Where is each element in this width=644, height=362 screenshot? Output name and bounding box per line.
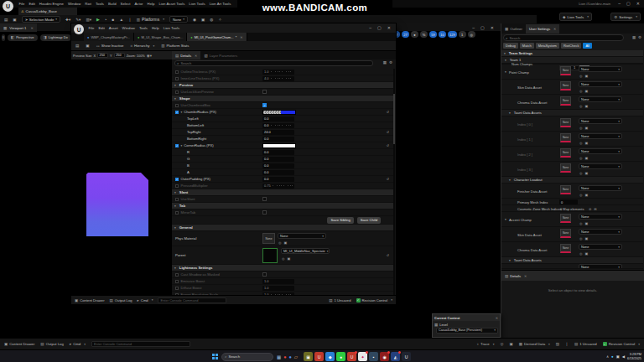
tray-chevron-icon[interactable]: ∧	[606, 354, 609, 359]
browse-to-icon[interactable]: ▣	[585, 251, 589, 256]
property-row-emissive-boost[interactable]: Emissive Boost1.0	[172, 278, 394, 285]
unreal-logo-icon[interactable]: U	[3, 1, 13, 12]
tree-row-skin-data-asset[interactable]: Skin Data AssetNoneNone▾◎▣	[501, 227, 643, 242]
asset-tab-mi-ui-postgamecham[interactable]: ●MI_UI_PostGameCham...*✕	[187, 33, 247, 41]
tree-row-index-3[interactable]: Index [ 3 ]NoneNone▾◎▣	[501, 162, 643, 177]
add-actor-icon[interactable]: ✚▾	[65, 18, 70, 22]
override-checkbox[interactable]	[175, 104, 179, 107]
asset-thumbnail[interactable]: None	[560, 163, 571, 173]
output-log-button[interactable]: ▤ Output Log	[40, 342, 64, 346]
override-checkbox[interactable]	[175, 280, 179, 283]
property-row-pressedmultiplier[interactable]: PressedMultiplier0.75	[172, 183, 394, 189]
windows-start-icon[interactable]	[212, 354, 218, 359]
output-log-button[interactable]: ▤ Output Log	[110, 298, 132, 303]
save-icon[interactable]: ▤	[4, 18, 8, 22]
use-selected-icon[interactable]: ◎	[579, 236, 583, 240]
show-inactive-button[interactable]: ⚏ Show Inactive	[96, 44, 124, 48]
level-tab[interactable]: ⚠ CasualLobby_Base	[18, 8, 77, 15]
browse-icon[interactable]: ▣	[86, 44, 89, 48]
close-icon[interactable]: ✕	[553, 27, 556, 31]
content-icon[interactable]: ▣	[201, 18, 205, 22]
play-button[interactable]: ▶	[96, 17, 100, 22]
tree-row-finisher-data-asset[interactable]: Finisher Data AssetNoneNone▾◎▣	[501, 184, 643, 199]
memory-icon[interactable]: ▣	[509, 342, 512, 346]
taskbar-app-icon-7[interactable]: ◉	[380, 352, 389, 361]
taskbar-app-icon-4[interactable]: U	[347, 352, 356, 361]
taskbar-app-icon-6[interactable]: ▪	[369, 352, 378, 361]
override-checkbox[interactable]: ✓	[175, 144, 179, 147]
asset-dropdown[interactable]: None▾	[579, 185, 622, 191]
close-icon[interactable]: ✕	[240, 35, 242, 39]
property-row-phys-material[interactable]: Phys MaterialNoneNone▾◎▣	[172, 231, 394, 246]
property-row-chamferradius-px[interactable]: ✓▾ChamferRadius (PX)↺	[172, 109, 394, 116]
menu-build[interactable]: Build	[106, 0, 118, 8]
console-command-input[interactable]: Enter Console Command	[91, 341, 190, 347]
mi-menu-window[interactable]: Window	[120, 23, 137, 33]
tree-section-team-settings[interactable]: ▾Team Settings	[501, 50, 643, 57]
asset-dropdown[interactable]: None▾	[579, 81, 622, 87]
value-checkbox[interactable]	[262, 90, 267, 94]
gear-icon[interactable]: ⚙	[638, 35, 641, 39]
use-selected-icon[interactable]: ◎	[579, 89, 583, 93]
browse-to-icon[interactable]: ▣	[585, 126, 589, 130]
filter-all[interactable]: All	[583, 43, 591, 49]
blueprints-icon[interactable]: ✎▾	[75, 18, 80, 22]
asset-thumbnail[interactable]: None	[560, 133, 571, 142]
tree-row[interactable]: None▾	[501, 264, 643, 269]
asset-tab-wbp-champmasterypr[interactable]: ●WBP_ChampMasteryPr...	[84, 33, 134, 41]
browse-to-icon[interactable]: ▣	[585, 171, 589, 175]
menu-select[interactable]: Select	[118, 0, 132, 8]
settings-quick-icon[interactable]: ◉	[193, 18, 196, 22]
menu-help[interactable]: Help	[145, 0, 157, 8]
reset-to-default-icon[interactable]: ↺	[387, 253, 389, 257]
browse-to-icon[interactable]: ▣	[284, 240, 288, 245]
value-input[interactable]: 0	[559, 199, 578, 204]
override-checkbox[interactable]: ✓	[175, 178, 179, 181]
chevron-down-icon[interactable]: ▾	[509, 111, 511, 115]
stop-icon[interactable]: ■	[112, 18, 115, 22]
use-selected-icon[interactable]: ◎	[579, 104, 583, 108]
tree-row-taunt-data-assets[interactable]: ▾Taunt Data Assets	[501, 110, 643, 116]
chevron-down-icon[interactable]: ▾	[509, 259, 511, 262]
tree-row-chroma-data-asset[interactable]: Chroma Data AssetNoneNone▾◎▣	[501, 95, 643, 110]
property-row-diffuse-boost[interactable]: Diffuse Boost1.0	[172, 285, 394, 292]
section-header-shape[interactable]: ▾Shape	[172, 96, 394, 102]
chevron-down-icon[interactable]: ▾	[181, 144, 183, 147]
mi-menu-tools[interactable]: Tools	[137, 23, 149, 33]
revision-control-button[interactable]: ✓ Revision Control ▾	[603, 342, 640, 346]
content-browser-icon[interactable]: ▣	[13, 18, 16, 22]
world-icon[interactable]: ◍	[210, 18, 213, 22]
reset-to-default-icon[interactable]: ↺	[387, 130, 389, 134]
minimize-icon[interactable]: –	[618, 1, 621, 6]
panel-search-input[interactable]: ⌕ Search	[503, 34, 624, 41]
asset-thumbnail[interactable]: None	[560, 96, 571, 106]
property-value-input[interactable]: 0.0	[262, 150, 294, 155]
network-icon[interactable]: ●	[611, 354, 614, 359]
property-row-useslant[interactable]: UseSlant	[172, 196, 394, 203]
maximize-icon[interactable]: ▢	[480, 25, 485, 30]
property-value-input[interactable]: 0.0	[262, 163, 294, 168]
save-sibling-button[interactable]: Save Sibling	[327, 217, 353, 224]
taskbar-app-icon-0[interactable]: ▣	[304, 352, 313, 361]
property-value-input[interactable]: 1.0	[262, 70, 294, 75]
value-checkbox[interactable]	[262, 272, 267, 277]
taskbar-app-icon-9[interactable]: U	[402, 352, 411, 361]
filter-icon[interactable]: ▦	[632, 35, 636, 39]
frame-skip-icon[interactable]: ‣	[105, 18, 107, 22]
tree-row-skin-data-asset[interactable]: Skin Data AssetNoneNone▾◎▣	[501, 80, 643, 95]
use-selected-icon[interactable]: ◎	[579, 141, 583, 145]
browse-to-icon[interactable]: ▣	[585, 89, 589, 93]
unsaved-indicator[interactable]: ▤ 1 Unsaved	[329, 298, 351, 303]
section-header-lightmass-settings[interactable]: ▾Lightmass Settings	[172, 265, 394, 272]
asset-thumbnail[interactable]: None	[560, 148, 571, 158]
reset-to-default-icon[interactable]: ↺	[387, 177, 389, 181]
asset-dropdown[interactable]: MI_UI_MiddleNav_Spectate▾	[281, 248, 330, 254]
menu-actor[interactable]: Actor	[132, 0, 145, 8]
revision-control-button[interactable]: ✓ Revision Control ▾	[356, 298, 393, 303]
override-checkbox[interactable]	[175, 77, 179, 80]
tree-row-index-2[interactable]: Index [ 2 ]NoneNone▾◎▣	[501, 147, 643, 162]
mi-menu-lion-tools[interactable]: Lion Tools	[161, 23, 181, 33]
property-value-input[interactable]: 0.0	[262, 177, 294, 182]
use-selected-icon[interactable]: ◎	[579, 171, 583, 175]
asset-dropdown[interactable]: None▾	[579, 163, 622, 169]
